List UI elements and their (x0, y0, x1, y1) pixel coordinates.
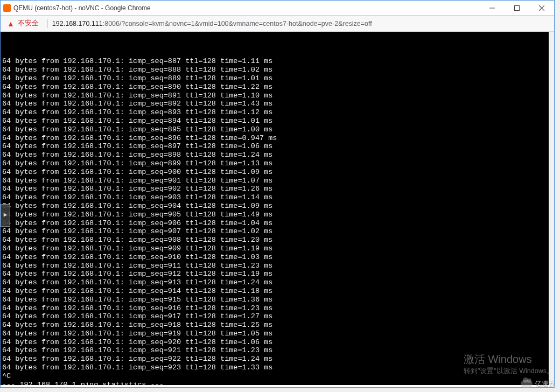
ping-reply-line: 64 bytes from 192.168.170.1: icmp_seq=91… (2, 278, 552, 287)
qemu-icon (3, 4, 11, 12)
ping-reply-line: 64 bytes from 192.168.170.1: icmp_seq=90… (2, 177, 552, 185)
interrupt-line: ^C (2, 372, 552, 381)
url-path: :8006/?console=kvm&novnc=1&vmid=100&vmna… (103, 20, 372, 27)
ping-reply-line: 64 bytes from 192.168.170.1: icmp_seq=89… (2, 100, 552, 108)
ping-reply-line: 64 bytes from 192.168.170.1: icmp_seq=91… (2, 304, 552, 313)
url-display[interactable]: 192.168.170.111:8006/?console=kvm&novnc=… (52, 20, 372, 27)
ping-reply-line: 64 bytes from 192.168.170.1: icmp_seq=90… (2, 185, 552, 193)
svg-rect-0 (515, 5, 520, 10)
ping-reply-line: 64 bytes from 192.168.170.1: icmp_seq=90… (2, 168, 552, 177)
ping-reply-line: 64 bytes from 192.168.170.1: icmp_seq=89… (2, 159, 552, 168)
insecure-warning-icon: ▲ (7, 19, 15, 28)
cloud-icon (521, 380, 533, 388)
ping-reply-line: 64 bytes from 192.168.170.1: icmp_seq=89… (2, 117, 552, 125)
address-separator (47, 19, 48, 28)
ping-reply-line: 64 bytes from 192.168.170.1: icmp_seq=88… (2, 57, 552, 66)
brand-badge: 亿速云 (521, 379, 556, 389)
ping-reply-line: 64 bytes from 192.168.170.1: icmp_seq=90… (2, 244, 552, 253)
ping-reply-line: 64 bytes from 192.168.170.1: icmp_seq=88… (2, 66, 552, 74)
window-title: QEMU (centos7-hot) - noVNC - Google Chro… (13, 4, 480, 12)
brand-text: 亿速云 (535, 379, 556, 389)
ping-reply-line: 64 bytes from 192.168.170.1: icmp_seq=91… (2, 270, 552, 278)
close-button[interactable] (529, 1, 554, 16)
ping-reply-line: 64 bytes from 192.168.170.1: icmp_seq=89… (2, 142, 552, 151)
address-bar[interactable]: ▲ 不安全 192.168.170.111:8006/?console=kvm&… (1, 16, 554, 32)
minimize-button[interactable] (480, 1, 505, 16)
ping-reply-line: 64 bytes from 192.168.170.1: icmp_seq=91… (2, 253, 552, 262)
ping-reply-line: 64 bytes from 192.168.170.1: icmp_seq=92… (2, 355, 552, 363)
ping-reply-line: 64 bytes from 192.168.170.1: icmp_seq=92… (2, 346, 552, 355)
ping-reply-line: 64 bytes from 192.168.170.1: icmp_seq=90… (2, 219, 552, 228)
maximize-button[interactable] (505, 1, 529, 16)
ping-reply-line: 64 bytes from 192.168.170.1: icmp_seq=91… (2, 321, 552, 330)
ping-reply-line: 64 bytes from 192.168.170.1: icmp_seq=91… (2, 262, 552, 270)
novnc-handle[interactable]: ▶ (1, 204, 10, 227)
ping-reply-line: 64 bytes from 192.168.170.1: icmp_seq=92… (2, 363, 552, 372)
ping-reply-line: 64 bytes from 192.168.170.1: icmp_seq=91… (2, 330, 552, 338)
ping-reply-line: 64 bytes from 192.168.170.1: icmp_seq=89… (2, 125, 552, 134)
application-window: QEMU (centos7-hot) - noVNC - Google Chro… (0, 0, 555, 388)
ping-reply-line: 64 bytes from 192.168.170.1: icmp_seq=89… (2, 83, 552, 92)
ping-stats-header: --- 192.168.170.1 ping statistics --- (2, 381, 552, 385)
app-icon-area (1, 4, 13, 12)
title-bar[interactable]: QEMU (centos7-hot) - noVNC - Google Chro… (1, 1, 554, 16)
ping-reply-line: 64 bytes from 192.168.170.1: icmp_seq=91… (2, 287, 552, 296)
ping-reply-line: 64 bytes from 192.168.170.1: icmp_seq=89… (2, 108, 552, 117)
ping-reply-line: 64 bytes from 192.168.170.1: icmp_seq=90… (2, 202, 552, 211)
insecure-label: 不安全 (18, 19, 39, 28)
terminal-output[interactable]: 64 bytes from 192.168.170.1: icmp_seq=88… (1, 32, 554, 385)
window-controls (480, 1, 554, 16)
ping-reply-line: 64 bytes from 192.168.170.1: icmp_seq=92… (2, 338, 552, 347)
ping-reply-line: 64 bytes from 192.168.170.1: icmp_seq=90… (2, 236, 552, 244)
ping-reply-line: 64 bytes from 192.168.170.1: icmp_seq=91… (2, 296, 552, 304)
ping-reply-line: 64 bytes from 192.168.170.1: icmp_seq=88… (2, 74, 552, 83)
ping-reply-line: 64 bytes from 192.168.170.1: icmp_seq=90… (2, 227, 552, 236)
ping-reply-line: 64 bytes from 192.168.170.1: icmp_seq=90… (2, 193, 552, 202)
ping-reply-line: 64 bytes from 192.168.170.1: icmp_seq=89… (2, 151, 552, 159)
url-host: 192.168.170.111 (52, 20, 103, 27)
ping-reply-line: 64 bytes from 192.168.170.1: icmp_seq=89… (2, 134, 552, 143)
ping-reply-line: 64 bytes from 192.168.170.1: icmp_seq=90… (2, 211, 552, 219)
ping-reply-line: 64 bytes from 192.168.170.1: icmp_seq=91… (2, 312, 552, 321)
ping-reply-line: 64 bytes from 192.168.170.1: icmp_seq=89… (2, 92, 552, 100)
scrollbar-track[interactable] (549, 32, 554, 385)
